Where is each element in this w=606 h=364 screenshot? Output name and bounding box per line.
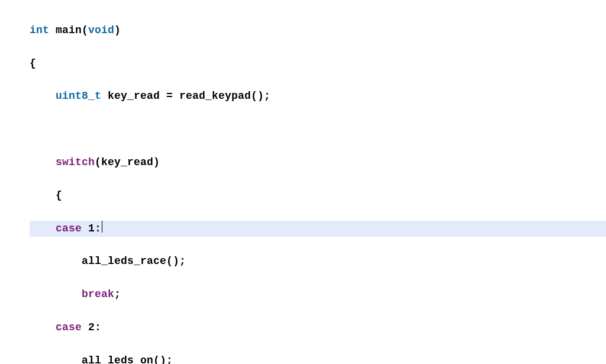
function-call: all_leds_on(); [82,355,173,364]
keyword-type: int [30,24,49,36]
code-line: all_leds_race(); [30,253,606,270]
indent [30,321,56,333]
indent [30,90,56,102]
punct: ( [82,24,88,36]
text-cursor [102,221,102,233]
code-line-highlighted: case 1: [30,221,606,237]
variable: key_read [101,156,153,168]
punct: ( [95,156,101,168]
code-line: { [30,188,606,204]
code-line: case 2: [30,320,606,336]
code-line: { [30,56,606,72]
brace: { [30,57,36,69]
blank-line [30,121,606,138]
code-text: key_read = read_keypad(); [101,90,270,102]
keyword-switch: switch [56,156,95,168]
brace: { [56,189,62,201]
punct: ) [153,156,160,168]
indent [30,156,56,168]
keyword-break: break [82,288,114,300]
function-call: all_leds_race(); [82,255,186,267]
punct: ; [114,288,121,300]
indent [30,288,82,300]
indent [30,223,56,234]
code-line: all_leds_on(); [30,353,606,364]
keyword-type: uint8_t [56,90,101,102]
code-line: switch(key_read) [30,154,606,171]
indent [30,255,82,267]
keyword-case: case [56,321,82,333]
code-editor: int main(void) { uint8_t key_read = read… [0,0,606,364]
func-name: main [49,24,82,36]
keyword-void: void [88,24,114,36]
case-value: 2: [82,321,101,333]
keyword-case: case [56,223,82,234]
indent [30,355,82,364]
code-line: uint8_t key_read = read_keypad(); [30,88,606,105]
code-line: int main(void) [30,22,606,39]
punct: ) [114,24,121,36]
code-line: break; [30,286,606,303]
case-value: 1: [82,223,101,234]
indent [30,189,56,201]
